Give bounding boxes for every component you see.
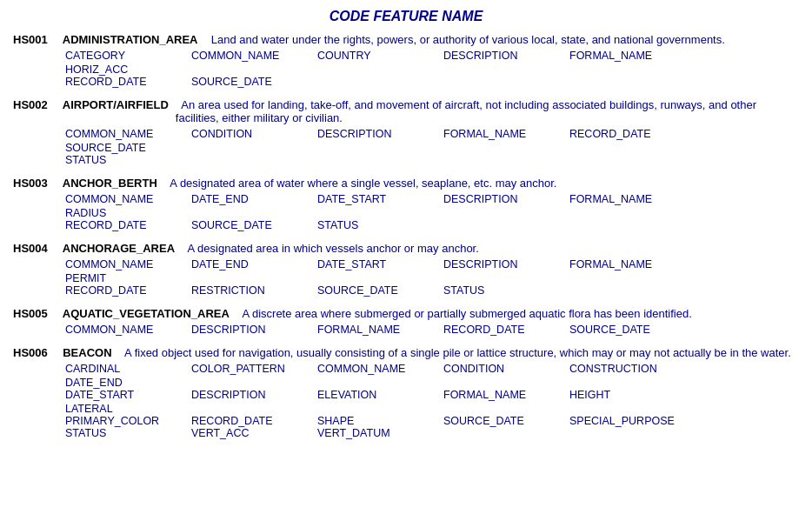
fields-block: COMMON_NAMEDATE_ENDDATE_STARTDESCRIPTION… <box>65 258 799 297</box>
field-item: COMMON_NAME <box>65 258 187 271</box>
field-item: RECORD_DATE <box>65 76 187 88</box>
fields-row: PRIMARY_COLORRECORD_DATESHAPESOURCE_DATE… <box>65 415 799 427</box>
entry-name: ANCHORAGE_AREA <box>57 242 175 255</box>
fields-row: RECORD_DATERESTRICTIONSOURCE_DATESTATUS <box>65 284 799 297</box>
entry-hs004: HS004 ANCHORAGE_AREA A designated area i… <box>13 242 799 297</box>
entry-hs005: HS005 AQUATIC_VEGETATION_AREA A discrete… <box>13 307 799 336</box>
fields-block: COMMON_NAMEDESCRIPTIONFORMAL_NAMERECORD_… <box>65 324 799 336</box>
field-item: CONDITION <box>191 128 313 140</box>
field-item: ELEVATION <box>317 389 439 401</box>
field-item: COMMON_NAME <box>65 128 187 140</box>
fields-block: CARDINALCOLOR_PATTERNCOMMON_NAMECONDITIO… <box>65 363 799 439</box>
field-item: DATE_START <box>317 193 439 205</box>
field-item: RECORD_DATE <box>65 284 187 297</box>
field-item: COMMON_NAME <box>65 193 187 205</box>
entry-title: HS005 AQUATIC_VEGETATION_AREA A discrete… <box>13 307 799 320</box>
entry-title: HS003 ANCHOR_BERTH A designated area of … <box>13 177 799 190</box>
field-item: COMMON_NAME <box>65 324 187 336</box>
field-item: SOURCE_DATE <box>191 76 313 88</box>
field-item: CARDINAL <box>65 363 187 375</box>
field-item: COUNTRY <box>317 50 439 62</box>
fields-row: STATUS <box>65 154 799 166</box>
field-item: STATUS <box>317 219 439 231</box>
field-item: COMMON_NAME <box>317 363 439 375</box>
fields-row: COMMON_NAMEDESCRIPTIONFORMAL_NAMERECORD_… <box>65 324 799 336</box>
fields-row: RECORD_DATESOURCE_DATESTATUS <box>65 219 799 231</box>
entry-hs006: HS006 BEACON A fixed object used for nav… <box>13 346 799 439</box>
entry-description: An area used for landing, take-off, and … <box>176 98 799 124</box>
entry-title: HS002 AIRPORT/AIRFIELD An area used for … <box>13 98 799 124</box>
fields-block: COMMON_NAMECONDITIONDESCRIPTIONFORMAL_NA… <box>65 128 799 166</box>
field-item: RADIUS <box>65 207 187 219</box>
field-item: DATE_END <box>191 193 313 205</box>
field-item: FORMAL_NAME <box>569 50 691 62</box>
field-item: SPECIAL_PURPOSE <box>569 415 691 427</box>
field-item: SOURCE_DATE <box>443 415 565 427</box>
fields-block: CATEGORYCOMMON_NAMECOUNTRYDESCRIPTIONFOR… <box>65 50 799 88</box>
field-item: CONSTRUCTION <box>569 363 691 375</box>
field-item: VERT_ACC <box>191 427 313 439</box>
field-item: STATUS <box>65 427 187 439</box>
field-item: FORMAL_NAME <box>443 128 565 140</box>
field-item: SOURCE_DATE <box>317 284 439 297</box>
field-item: VERT_DATUM <box>317 427 439 439</box>
field-item: DATE_START <box>317 258 439 271</box>
field-item: STATUS <box>443 284 565 297</box>
field-item: COMMON_NAME <box>191 50 313 62</box>
fields-row: STATUSVERT_ACCVERT_DATUM <box>65 427 799 439</box>
field-item: DATE_END <box>65 377 187 389</box>
entry-description: A discrete area where submerged or parti… <box>236 307 799 320</box>
field-item: DESCRIPTION <box>191 389 313 401</box>
field-item: FORMAL_NAME <box>569 258 691 271</box>
field-item: DESCRIPTION <box>443 258 565 271</box>
entry-description: Land and water under the rights, powers,… <box>205 33 800 46</box>
field-item: PRIMARY_COLOR <box>65 415 187 427</box>
field-item: DESCRIPTION <box>443 50 565 62</box>
entry-description: A designated area in which vessels ancho… <box>182 242 799 255</box>
entry-code: HS006 <box>13 346 57 359</box>
entry-hs001: HS001 ADMINISTRATION_AREA Land and water… <box>13 33 799 88</box>
entry-code: HS002 <box>13 98 57 111</box>
field-item: RECORD_DATE <box>443 324 565 336</box>
field-item: STATUS <box>65 154 187 166</box>
field-item: LATERAL <box>65 403 187 415</box>
field-item: RESTRICTION <box>191 284 313 297</box>
entry-code: HS003 <box>13 177 57 190</box>
entry-name: ADMINISTRATION_AREA <box>57 33 198 46</box>
entry-name: AQUATIC_VEGETATION_AREA <box>57 307 230 320</box>
field-item: HORIZ_ACC <box>65 63 187 76</box>
entries-container: HS001 ADMINISTRATION_AREA Land and water… <box>13 33 799 439</box>
entry-code: HS001 <box>13 33 57 46</box>
entry-name: BEACON <box>57 346 112 359</box>
field-item: DESCRIPTION <box>317 128 439 140</box>
fields-row: RECORD_DATESOURCE_DATE <box>65 76 799 88</box>
field-item: DESCRIPTION <box>191 324 313 336</box>
field-item: FORMAL_NAME <box>443 389 565 401</box>
field-item: FORMAL_NAME <box>317 324 439 336</box>
entry-title: HS006 BEACON A fixed object used for nav… <box>13 346 799 359</box>
field-item: RECORD_DATE <box>191 415 313 427</box>
entry-title: HS001 ADMINISTRATION_AREA Land and water… <box>13 33 799 46</box>
field-item: CONDITION <box>443 363 565 375</box>
entry-code: HS005 <box>13 307 57 320</box>
entry-description: A fixed object used for navigation, usua… <box>119 346 799 359</box>
fields-row: COMMON_NAMECONDITIONDESCRIPTIONFORMAL_NA… <box>65 128 799 154</box>
entry-code: HS004 <box>13 242 57 255</box>
fields-row: COMMON_NAMEDATE_ENDDATE_STARTDESCRIPTION… <box>65 258 799 284</box>
field-item: RECORD_DATE <box>65 219 187 231</box>
entry-hs002: HS002 AIRPORT/AIRFIELD An area used for … <box>13 98 799 166</box>
field-item: CATEGORY <box>65 50 187 62</box>
field-item: SOURCE_DATE <box>65 142 187 154</box>
field-item: FORMAL_NAME <box>569 193 691 205</box>
fields-block: COMMON_NAMEDATE_ENDDATE_STARTDESCRIPTION… <box>65 193 799 231</box>
field-item: SOURCE_DATE <box>191 219 313 231</box>
fields-row: DATE_STARTDESCRIPTIONELEVATIONFORMAL_NAM… <box>65 389 799 415</box>
field-item: HEIGHT <box>569 389 691 401</box>
entry-name: ANCHOR_BERTH <box>57 177 157 190</box>
entry-description: A designated area of water where a singl… <box>164 177 799 190</box>
entry-name: AIRPORT/AIRFIELD <box>57 98 169 111</box>
field-item: DATE_END <box>191 258 313 271</box>
page-header: CODE FEATURE NAME <box>13 9 799 24</box>
fields-row: CATEGORYCOMMON_NAMECOUNTRYDESCRIPTIONFOR… <box>65 50 799 76</box>
fields-row: CARDINALCOLOR_PATTERNCOMMON_NAMECONDITIO… <box>65 363 799 389</box>
